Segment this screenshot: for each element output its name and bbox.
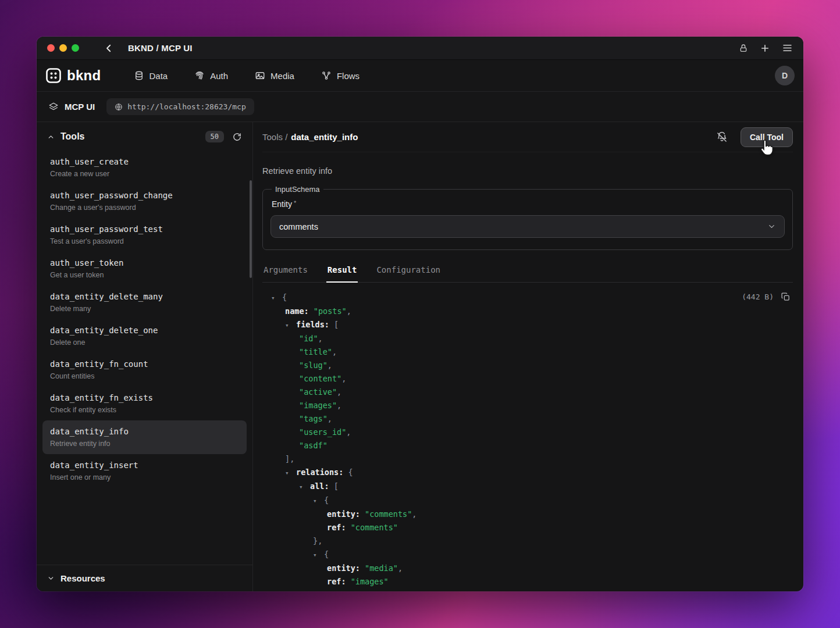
breadcrumb: Tools / data_entity_info Call Tool xyxy=(262,122,793,152)
tools-sidebar: Tools 50 auth_user_createCreate a new us… xyxy=(37,122,253,591)
zoom-window-button[interactable] xyxy=(72,44,79,52)
collapse-caret-icon[interactable]: ▾ xyxy=(313,494,324,508)
required-marker: * xyxy=(294,199,296,206)
traffic-lights xyxy=(47,44,79,52)
json-line: entity: "comments", xyxy=(262,508,793,521)
tab-result[interactable]: Result xyxy=(326,265,358,283)
nav-item-media[interactable]: Media xyxy=(255,70,294,81)
image-icon xyxy=(255,70,265,81)
tools-section-header[interactable]: Tools 50 xyxy=(37,122,252,149)
tool-name: data_entity_fn_count xyxy=(50,359,239,369)
json-line: ref: "comments" xyxy=(262,521,793,534)
nav-item-label: Data xyxy=(150,71,168,81)
tool-description: Test a user's password xyxy=(50,237,239,245)
new-tab-icon[interactable] xyxy=(760,43,770,53)
app-navbar: bknd Data Auth Media Flows D xyxy=(37,60,803,92)
nav-item-label: Media xyxy=(270,71,294,81)
sidebar-item-data_entity_fn_exists[interactable]: data_entity_fn_existsCheck if entity exi… xyxy=(42,387,247,420)
json-line: ▾all: [ xyxy=(262,480,793,494)
nav-item-label: Auth xyxy=(210,71,228,81)
refresh-icon[interactable] xyxy=(232,132,242,142)
tool-name: auth_user_password_change xyxy=(50,191,239,200)
tool-description: Retrieve entity info xyxy=(50,440,239,448)
nav-item-auth[interactable]: Auth xyxy=(194,70,228,81)
json-line: ▾{ xyxy=(262,548,793,562)
brand-name: bknd xyxy=(67,67,101,84)
sidebar-item-auth_user_password_change[interactable]: auth_user_password_changeChange a user's… xyxy=(42,184,247,218)
tab-arguments[interactable]: Arguments xyxy=(262,265,309,283)
chevron-down-icon xyxy=(767,222,776,231)
close-window-button[interactable] xyxy=(47,44,55,52)
tool-description: Delete many xyxy=(50,305,239,313)
tool-description: Count entities xyxy=(50,372,239,380)
tool-description: Create a new user xyxy=(50,170,239,178)
brand-logo[interactable]: bknd xyxy=(45,67,101,84)
breadcrumb-section[interactable]: Tools / xyxy=(262,132,287,142)
sidebar-item-auth_user_token[interactable]: auth_user_tokenGet a user token xyxy=(42,252,247,286)
json-line: "slug", xyxy=(262,359,793,372)
nav-item-data[interactable]: Data xyxy=(134,70,168,81)
lock-icon[interactable] xyxy=(739,44,748,53)
layers-icon xyxy=(48,102,59,112)
tool-description: Check if entity exists xyxy=(50,406,239,414)
tool-detail-panel: Tools / data_entity_info Call Tool Retri… xyxy=(253,122,803,591)
entity-select[interactable]: comments xyxy=(270,215,785,238)
tool-name: data_entity_info xyxy=(50,427,239,436)
json-line: }, xyxy=(262,534,793,548)
chevron-down-icon xyxy=(47,575,55,582)
json-line: "content", xyxy=(262,372,793,386)
tool-name: data_entity_delete_one xyxy=(50,326,239,335)
json-line: "users_id", xyxy=(262,426,793,439)
input-schema-fieldset: InputSchema Entity* comments xyxy=(262,185,793,250)
window-title: BKND / MCP UI xyxy=(128,43,193,53)
collapse-caret-icon[interactable]: ▾ xyxy=(285,319,296,332)
sidebar-scrollbar-thumb[interactable] xyxy=(250,180,252,278)
sidebar-item-auth_user_create[interactable]: auth_user_createCreate a new user xyxy=(42,151,247,184)
json-line: "asdf" xyxy=(262,439,793,452)
tool-name: data_entity_fn_exists xyxy=(50,393,239,402)
sidebar-item-data_entity_info[interactable]: data_entity_infoRetrieve entity info xyxy=(42,420,247,454)
collapse-caret-icon[interactable]: ▾ xyxy=(285,466,296,480)
tool-description: Delete one xyxy=(50,338,239,347)
user-avatar[interactable]: D xyxy=(775,66,795,85)
tool-name: auth_user_password_test xyxy=(50,224,239,234)
app-window: BKND / MCP UI bknd Data Auth xyxy=(37,37,803,591)
tools-count-badge: 50 xyxy=(205,131,224,142)
collapse-caret-icon[interactable]: ▾ xyxy=(271,291,282,305)
copy-icon[interactable] xyxy=(781,292,791,302)
menu-icon[interactable] xyxy=(782,42,793,53)
sidebar-item-auth_user_password_test[interactable]: auth_user_password_testTest a user's pas… xyxy=(42,218,247,252)
input-schema-legend: InputSchema xyxy=(272,185,323,194)
sidebar-item-data_entity_delete_many[interactable]: data_entity_delete_manyDelete many xyxy=(42,286,247,319)
fingerprint-icon xyxy=(194,70,205,81)
resources-section-header[interactable]: Resources xyxy=(37,565,252,591)
chevron-left-icon xyxy=(104,43,114,53)
tool-name: auth_user_token xyxy=(50,258,239,267)
sidebar-item-data_entity_insert[interactable]: data_entity_insertInsert one or many xyxy=(42,454,247,488)
json-line: entity: "media", xyxy=(262,562,793,575)
sidebar-item-data_entity_delete_one[interactable]: data_entity_delete_oneDelete one xyxy=(42,319,247,353)
json-line: "title", xyxy=(262,345,793,359)
tool-description: Change a user's password xyxy=(50,204,239,212)
mcp-toolbar: MCP UI http://localhost:28623/mcp xyxy=(37,92,803,122)
workflow-icon xyxy=(321,70,332,81)
back-button[interactable] xyxy=(104,43,114,53)
tools-section-title: Tools xyxy=(60,131,84,142)
json-line: ▾{ xyxy=(262,291,793,305)
json-line: name: "posts", xyxy=(262,305,793,318)
server-url-pill[interactable]: http://localhost:28623/mcp xyxy=(106,98,254,115)
database-icon xyxy=(134,70,144,81)
tool-description: Get a user token xyxy=(50,271,239,279)
entity-field-label: Entity* xyxy=(272,199,785,209)
result-tabs: Arguments Result Configuration xyxy=(262,265,793,283)
collapse-caret-icon[interactable]: ▾ xyxy=(313,548,324,562)
call-tool-button[interactable]: Call Tool xyxy=(741,127,793,147)
resources-section-title: Resources xyxy=(60,573,105,583)
collapse-caret-icon[interactable]: ▾ xyxy=(299,480,310,494)
nav-item-flows[interactable]: Flows xyxy=(321,70,360,81)
notifications-off-icon[interactable] xyxy=(716,131,728,143)
tab-configuration[interactable]: Configuration xyxy=(375,265,442,283)
breadcrumb-current: data_entity_info xyxy=(291,132,358,142)
minimize-window-button[interactable] xyxy=(59,44,67,52)
sidebar-item-data_entity_fn_count[interactable]: data_entity_fn_countCount entities xyxy=(42,353,247,387)
